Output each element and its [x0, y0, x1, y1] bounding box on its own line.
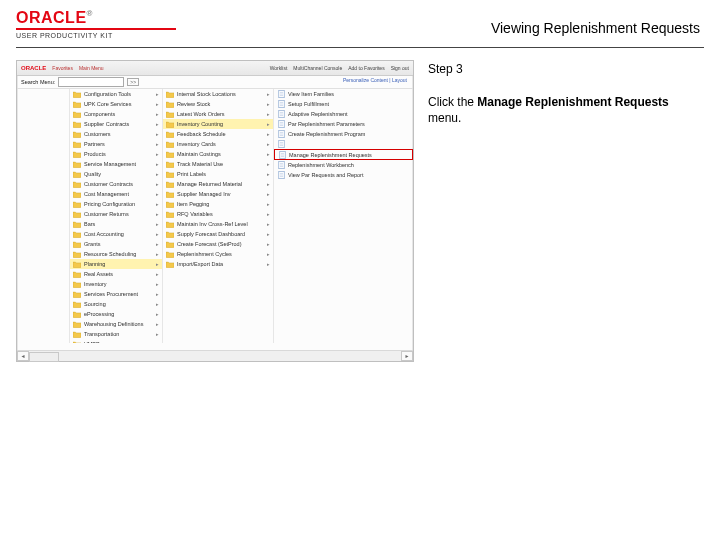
step-label: Step 3 [428, 62, 704, 76]
menu-item[interactable]: Quality▸ [70, 169, 162, 179]
scroll-right-button[interactable]: ► [401, 351, 413, 361]
menu-item[interactable]: Create Forecast (SetProd)▸ [163, 239, 273, 249]
menu-item[interactable]: Inventory▸ [70, 279, 162, 289]
chevron-right-icon: ▸ [267, 201, 270, 207]
search-input[interactable] [58, 77, 124, 87]
menu-item-label: Sourcing [84, 301, 106, 307]
menu-item[interactable]: Service Management▸ [70, 159, 162, 169]
menu-item[interactable]: Resource Scheduling▸ [70, 249, 162, 259]
menu-item[interactable]: Warehousing Definitions▸ [70, 319, 162, 329]
nav-main-menu[interactable]: Main Menu [79, 65, 104, 71]
chevron-right-icon: ▸ [267, 211, 270, 217]
menu-item[interactable]: Maintain Inv Cross-Ref Level▸ [163, 219, 273, 229]
menu-item[interactable]: Cost Accounting▸ [70, 229, 162, 239]
menu-item[interactable]: Replenishment Workbench [274, 160, 413, 170]
chevron-right-icon: ▸ [156, 291, 159, 297]
menu-item[interactable]: Customer Contracts▸ [70, 179, 162, 189]
folder-icon [73, 171, 81, 178]
menu-item-label: Inventory Cards [177, 141, 216, 147]
menu-item-label: RFQ Variables [177, 211, 213, 217]
chevron-right-icon: ▸ [267, 141, 270, 147]
menu-item-label: Maintain Inv Cross-Ref Level [177, 221, 248, 227]
menu-item[interactable]: Inventory Counting▸ [163, 119, 273, 129]
menu-item[interactable]: RFQ Variables▸ [163, 209, 273, 219]
menu-item[interactable]: Item Pegging▸ [163, 199, 273, 209]
menu-item-label: Services Procurement [84, 291, 138, 297]
menu-item-label: Planning [84, 261, 105, 267]
menu-item[interactable]: Supplier Managed Inv▸ [163, 189, 273, 199]
menu-item[interactable]: Products▸ [70, 149, 162, 159]
menu-item[interactable]: Maintain Costings▸ [163, 149, 273, 159]
menu-item[interactable]: Services Procurement▸ [70, 289, 162, 299]
menu-item-label: Resource Scheduling [84, 251, 136, 257]
chevron-right-icon: ▸ [156, 91, 159, 97]
menu-item[interactable]: UPK Core Services▸ [70, 99, 162, 109]
menu-item[interactable]: VMPP▸ [70, 339, 162, 343]
menu-item[interactable]: Transportation▸ [70, 329, 162, 339]
menu-item[interactable]: Components▸ [70, 109, 162, 119]
menu-item[interactable]: Par Replenishment Parameters [274, 119, 413, 129]
menu-item[interactable]: Review Stock▸ [163, 99, 273, 109]
menu-item[interactable]: Track Material Use▸ [163, 159, 273, 169]
chevron-right-icon: ▸ [267, 101, 270, 107]
menu-item[interactable]: Manage Replenishment Requests [274, 149, 413, 160]
nav-worklist[interactable]: Worklist [270, 65, 288, 71]
menu-item[interactable]: Bars▸ [70, 219, 162, 229]
menu-item[interactable]: Feedback Schedule▸ [163, 129, 273, 139]
menu-item-label: Import/Export Data [177, 261, 223, 267]
menu-item[interactable]: Manage Returned Material▸ [163, 179, 273, 189]
chevron-right-icon: ▸ [156, 241, 159, 247]
menu-item[interactable]: Setup Fulfillment [274, 99, 413, 109]
menu-item[interactable]: Planning▸ [70, 259, 162, 269]
menu-item[interactable]: Supply Forecast Dashboard▸ [163, 229, 273, 239]
menu-item[interactable]: View Par Requests and Report [274, 170, 413, 180]
menu-item[interactable]: Configuration Tools▸ [70, 89, 162, 99]
menu-item[interactable]: Real Assets▸ [70, 269, 162, 279]
nav-favorites-add[interactable]: Add to Favorites [348, 65, 384, 71]
menu-item[interactable]: Adaptive Replenishment [274, 109, 413, 119]
brand-tm: ® [87, 9, 93, 18]
menu-item-label: Maintain Costings [177, 151, 221, 157]
menu-item-label: Setup Fulfillment [288, 101, 329, 107]
menu-item[interactable]: Create Replenishment Program [274, 129, 413, 139]
folder-icon [73, 111, 81, 118]
nav-favorites[interactable]: Favorites [52, 65, 73, 71]
scroll-track[interactable] [29, 352, 401, 360]
nav-console[interactable]: MultiChannel Console [293, 65, 342, 71]
brand-rule [16, 28, 176, 30]
search-go[interactable]: >> [127, 78, 139, 86]
menu-item[interactable]: Inventory Cards▸ [163, 139, 273, 149]
chevron-right-icon: ▸ [267, 171, 270, 177]
folder-icon [73, 331, 81, 338]
menu-item[interactable]: Grants▸ [70, 239, 162, 249]
brand: ORACLE® USER PRODUCTIVITY KIT [16, 10, 176, 39]
menu-item[interactable]: Pricing Configuration▸ [70, 199, 162, 209]
menu-item-label: Manage Replenishment Requests [289, 152, 372, 158]
folder-icon [166, 171, 174, 178]
chevron-right-icon: ▸ [267, 131, 270, 137]
menu-item[interactable]: Supplier Contracts▸ [70, 119, 162, 129]
menu-item[interactable]: Customers▸ [70, 129, 162, 139]
menu-item[interactable]: View Item Families [274, 89, 413, 99]
menu-item[interactable]: eProcessing▸ [70, 309, 162, 319]
menu-item[interactable]: Print Labels▸ [163, 169, 273, 179]
menu-item-label: Customer Contracts [84, 181, 133, 187]
menu-item[interactable]: Replenishment Cycles▸ [163, 249, 273, 259]
chevron-right-icon: ▸ [156, 261, 159, 267]
menu-item[interactable]: Customer Returns▸ [70, 209, 162, 219]
menu-item[interactable]: Internal Stock Locations▸ [163, 89, 273, 99]
personalize-link[interactable]: Personalize Content | Layout [343, 77, 407, 83]
scroll-left-button[interactable]: ◄ [17, 351, 29, 361]
menu-item-label: Create Replenishment Program [288, 131, 365, 137]
scrollbar-horizontal[interactable]: ◄ ► [17, 350, 413, 361]
document-icon [277, 111, 285, 118]
menu-item-label: Inventory [84, 281, 107, 287]
menu-item[interactable]: Latest Work Orders▸ [163, 109, 273, 119]
scroll-thumb[interactable] [29, 352, 59, 362]
menu-item[interactable]: Import/Export Data▸ [163, 259, 273, 269]
menu-item[interactable]: Cost Management▸ [70, 189, 162, 199]
menu-item[interactable]: Sourcing▸ [70, 299, 162, 309]
menu-item[interactable]: Partners▸ [70, 139, 162, 149]
nav-signout[interactable]: Sign out [391, 65, 409, 71]
menu-item[interactable] [274, 139, 413, 149]
